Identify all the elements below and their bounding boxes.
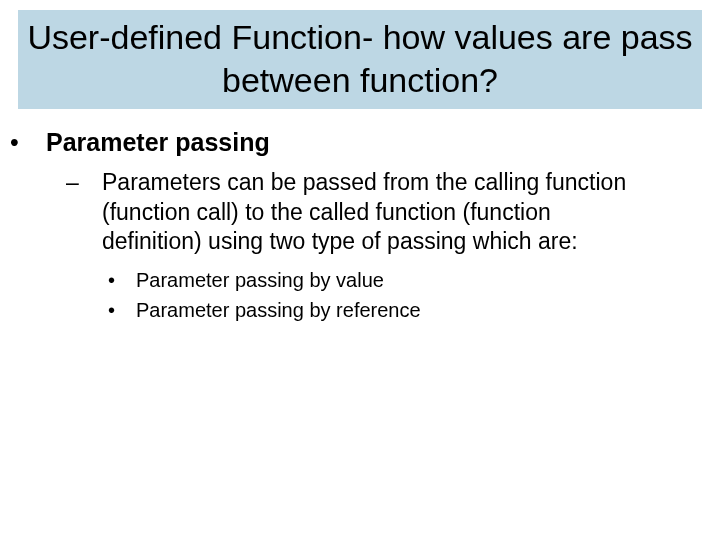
slide-title: User-defined Function- how values are pa…: [24, 16, 696, 101]
level2-text: Parameters can be passed from the callin…: [102, 169, 626, 254]
bullet-level3: •Parameter passing by reference: [136, 297, 656, 323]
slide-title-box: User-defined Function- how values are pa…: [18, 10, 702, 109]
bullet-dot-icon: •: [122, 267, 136, 293]
slide-body: •Parameter passing –Parameters can be pa…: [0, 109, 720, 323]
bullet-level2: –Parameters can be passed from the calli…: [102, 168, 656, 256]
bullet-level3: •Parameter passing by value: [136, 267, 656, 293]
bullet-dash-icon: –: [84, 168, 102, 197]
level3-text: Parameter passing by value: [136, 269, 384, 291]
bullet-level1: •Parameter passing: [46, 127, 696, 158]
level3-text: Parameter passing by reference: [136, 299, 421, 321]
level1-text: Parameter passing: [46, 128, 270, 156]
bullet-dot-icon: •: [28, 127, 46, 158]
bullet-dot-icon: •: [122, 297, 136, 323]
